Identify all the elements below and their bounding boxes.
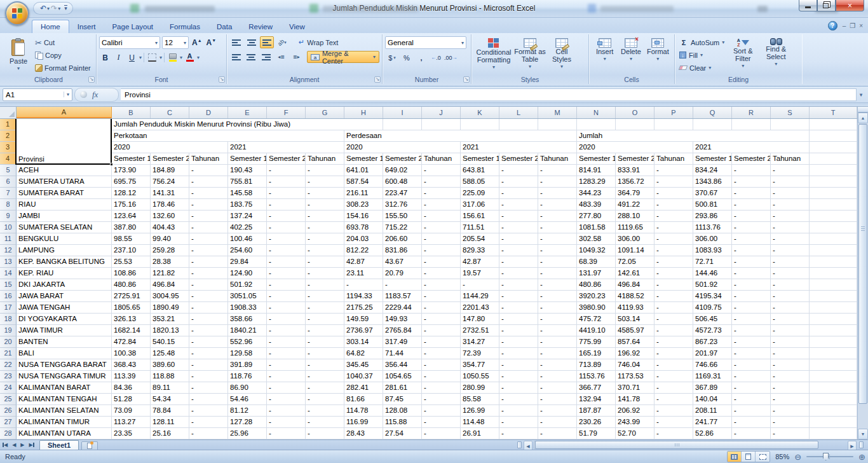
- cell-Q26[interactable]: 208.11: [693, 405, 732, 417]
- cell-G28[interactable]: -: [306, 428, 344, 439]
- scroll-down-button[interactable]: ▼: [858, 429, 868, 439]
- cell-Q7[interactable]: 370.67: [693, 188, 732, 199]
- cell-A11[interactable]: BENGKULU: [17, 233, 112, 245]
- column-header-B[interactable]: B: [112, 107, 151, 118]
- cell-S1[interactable]: [771, 119, 810, 130]
- cell-M21[interactable]: -: [538, 348, 577, 359]
- autosum-button[interactable]: ΣAutoSum▾: [677, 36, 726, 48]
- cell-Q10[interactable]: 1113.76: [693, 222, 732, 233]
- cell-T2[interactable]: [810, 130, 857, 142]
- cell-O16[interactable]: 4188.52: [616, 291, 654, 302]
- cell-Q16[interactable]: 4195.34: [693, 291, 732, 302]
- shrink-font-button[interactable]: A▼: [205, 37, 218, 49]
- cell-P20[interactable]: -: [654, 336, 693, 348]
- cell-I11[interactable]: 206.60: [383, 233, 422, 245]
- cell-O6[interactable]: 1356.72: [616, 176, 654, 188]
- cell-F8[interactable]: -: [267, 199, 306, 211]
- cell-N5[interactable]: 814.91: [577, 165, 616, 176]
- find-select-button[interactable]: Find & Select ▾: [759, 36, 792, 76]
- cell-B15[interactable]: 480.86: [112, 279, 151, 291]
- cell-A21[interactable]: BALI: [17, 348, 112, 359]
- cell-R10[interactable]: -: [732, 222, 771, 233]
- cell-H6[interactable]: 587.54: [344, 176, 383, 188]
- cell-H27[interactable]: 116.99: [344, 417, 383, 428]
- cell-K14[interactable]: 19.57: [461, 268, 499, 279]
- cell-N21[interactable]: 165.19: [577, 348, 616, 359]
- cut-button[interactable]: ✂Cut: [33, 36, 93, 49]
- cell-H7[interactable]: 216.11: [344, 188, 383, 199]
- column-header-Q[interactable]: Q: [693, 107, 732, 118]
- tab-data[interactable]: Data: [208, 20, 240, 33]
- cell-B14[interactable]: 108.86: [112, 268, 151, 279]
- cell-G7[interactable]: -: [306, 188, 344, 199]
- cell-H21[interactable]: 64.82: [344, 348, 383, 359]
- cell-I17[interactable]: 2229.44: [383, 302, 422, 314]
- cell-Q5[interactable]: 834.24: [693, 165, 732, 176]
- cell-E11[interactable]: 100.46: [228, 233, 267, 245]
- cell-I24[interactable]: 281.61: [383, 382, 422, 394]
- cell-R16[interactable]: -: [732, 291, 771, 302]
- cell-F11[interactable]: -: [267, 233, 306, 245]
- cell-D7[interactable]: -: [189, 188, 228, 199]
- cell-L15[interactable]: -: [499, 279, 538, 291]
- cell-J28[interactable]: -: [422, 428, 461, 439]
- cell-R13[interactable]: -: [732, 256, 771, 268]
- minimize-button[interactable]: [799, 0, 817, 11]
- cell-B20[interactable]: 472.84: [112, 336, 151, 348]
- cell-K4[interactable]: Semester 1: [461, 153, 499, 165]
- cell-R11[interactable]: -: [732, 233, 771, 245]
- column-header-O[interactable]: O: [616, 107, 654, 118]
- cell-Q14[interactable]: 144.46: [693, 268, 732, 279]
- cell-M18[interactable]: -: [538, 314, 577, 325]
- cell-F27[interactable]: -: [267, 417, 306, 428]
- cell-G8[interactable]: -: [306, 199, 344, 211]
- cell-D22[interactable]: -: [189, 359, 228, 371]
- cell-J4[interactable]: Tahunan: [422, 153, 461, 165]
- cell-F5[interactable]: -: [267, 165, 306, 176]
- cell-I5[interactable]: 649.02: [383, 165, 422, 176]
- cell-C27[interactable]: 128.11: [151, 417, 189, 428]
- cell-E27[interactable]: 127.28: [228, 417, 267, 428]
- column-header-C[interactable]: C: [151, 107, 189, 118]
- cell-E8[interactable]: 183.75: [228, 199, 267, 211]
- cell-G6[interactable]: -: [306, 176, 344, 188]
- cell-S9[interactable]: -: [771, 211, 810, 222]
- row-header-20[interactable]: 20: [0, 336, 17, 348]
- cell-C12[interactable]: 259.28: [151, 245, 189, 256]
- cell-F6[interactable]: -: [267, 176, 306, 188]
- cell-N9[interactable]: 277.80: [577, 211, 616, 222]
- cell-B6[interactable]: 695.75: [112, 176, 151, 188]
- cell-T13[interactable]: [810, 256, 857, 268]
- cell-S14[interactable]: -: [771, 268, 810, 279]
- cell-D6[interactable]: -: [189, 176, 228, 188]
- cell-N27[interactable]: 230.26: [577, 417, 616, 428]
- cell-G24[interactable]: -: [306, 382, 344, 394]
- cell-R28[interactable]: -: [732, 428, 771, 439]
- cell-O27[interactable]: 243.99: [616, 417, 654, 428]
- accounting-format-button[interactable]: $▾: [385, 52, 399, 64]
- row-header-2[interactable]: 2: [0, 130, 17, 142]
- cell-S24[interactable]: -: [771, 382, 810, 394]
- cell-G21[interactable]: -: [306, 348, 344, 359]
- cell-H22[interactable]: 345.45: [344, 359, 383, 371]
- cell-N8[interactable]: 483.39: [577, 199, 616, 211]
- cell-A18[interactable]: DI YOGYAKARTA: [17, 314, 112, 325]
- cell-F26[interactable]: -: [267, 405, 306, 417]
- cell-S10[interactable]: -: [771, 222, 810, 233]
- cell-O21[interactable]: 196.92: [616, 348, 654, 359]
- cell-E12[interactable]: 254.60: [228, 245, 267, 256]
- cell-S19[interactable]: -: [771, 325, 810, 336]
- cell-N4[interactable]: Semester 1: [577, 153, 616, 165]
- cell-O20[interactable]: 857.64: [616, 336, 654, 348]
- cell-I9[interactable]: 155.50: [383, 211, 422, 222]
- row-header-18[interactable]: 18: [0, 314, 17, 325]
- column-header-J[interactable]: J: [422, 107, 461, 118]
- cell-Q25[interactable]: 140.04: [693, 394, 732, 405]
- cell-F28[interactable]: -: [267, 428, 306, 439]
- cell-E17[interactable]: 1908.33: [228, 302, 267, 314]
- cell-A20[interactable]: BANTEN: [17, 336, 112, 348]
- cell-D9[interactable]: -: [189, 211, 228, 222]
- align-right-button[interactable]: [259, 51, 273, 63]
- cell-T25[interactable]: [810, 394, 857, 405]
- cell-D10[interactable]: -: [189, 222, 228, 233]
